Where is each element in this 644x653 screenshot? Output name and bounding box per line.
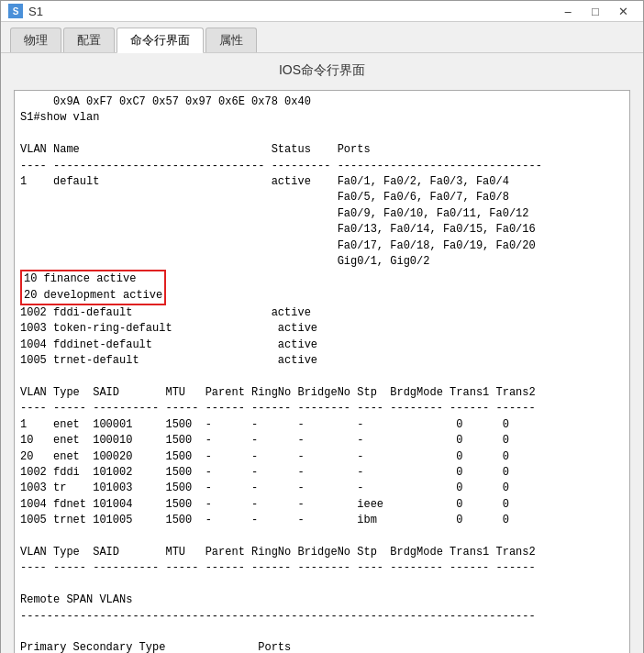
main-content: IOS命令行界面 0x9A 0xF7 0xC7 0x57 0x97 0x6E 0… [1,53,643,653]
tab-bar: 物理 配置 命令行界面 属性 [1,22,643,53]
highlighted-vlan-rows: 10 finance active 20 development active [20,270,166,305]
terminal-text-top: 0x9A 0xF7 0xC7 0x57 0x97 0x6E 0x78 0x40 … [20,94,624,270]
title-bar: S S1 ‒ □ ✕ [1,1,643,22]
tab-shuxing[interactable]: 属性 [205,28,257,52]
panel-title: IOS命令行界面 [14,62,630,79]
window-title: S1 [28,5,43,18]
tab-cli[interactable]: 命令行界面 [117,28,204,53]
terminal-text-bottom: 1002 fddi-default active 1003 token-ring… [20,305,624,653]
tab-wuli[interactable]: 物理 [10,28,61,52]
main-window: S S1 ‒ □ ✕ 物理 配置 命令行界面 属性 IOS命令行界面 0x9A … [0,0,644,653]
close-button[interactable]: ✕ [610,1,636,21]
highlight-row-finance: 10 finance active [24,271,162,287]
terminal-scroll[interactable]: 0x9A 0xF7 0xC7 0x57 0x97 0x6E 0x78 0x40 … [15,91,629,653]
title-bar-left: S S1 [8,4,43,18]
terminal-container[interactable]: 0x9A 0xF7 0xC7 0x57 0x97 0x6E 0x78 0x40 … [14,90,630,653]
title-controls: ‒ □ ✕ [555,1,636,21]
maximize-button[interactable]: □ [583,1,608,21]
minimize-button[interactable]: ‒ [555,1,581,21]
window-icon: S [8,4,23,18]
tab-peizhi[interactable]: 配置 [63,28,115,52]
highlight-row-development: 20 development active [24,288,162,304]
